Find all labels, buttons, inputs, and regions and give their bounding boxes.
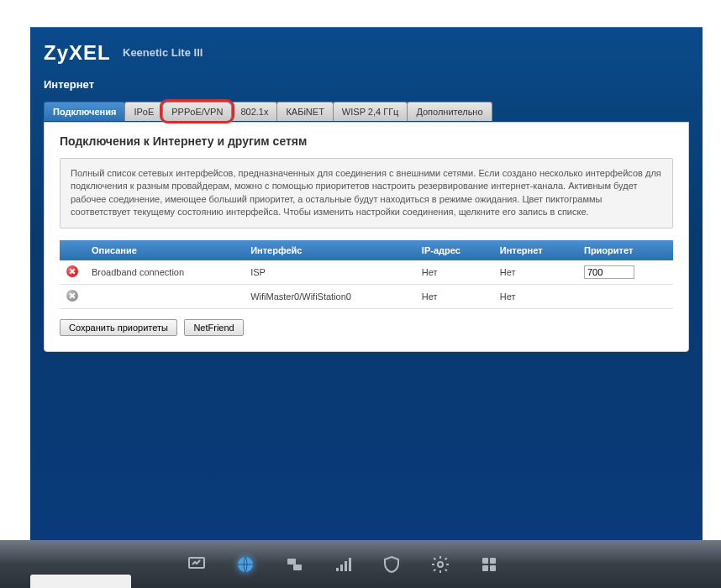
svg-rect-7 [349,558,351,571]
status-icon-error [66,265,78,277]
svg-rect-2 [287,559,296,564]
tab-connections[interactable]: Подключения [44,102,125,121]
cell-iface: ISP [244,260,415,285]
shield-icon[interactable] [380,553,403,576]
svg-rect-5 [340,564,343,571]
cell-ip: Нет [415,284,493,308]
bottom-tab [30,575,131,588]
col-inet: Интернет [493,240,577,260]
svg-point-8 [438,562,443,567]
cell-inet: Нет [493,284,577,308]
svg-rect-3 [293,564,302,570]
apps-icon[interactable] [477,553,501,576]
connections-table: Описание Интерфейс IP-адрес Интернет При… [60,240,673,309]
svg-rect-12 [490,565,496,571]
tab-wisp[interactable]: WISP 2,4 ГГц [333,102,408,121]
globe-icon[interactable] [234,553,257,576]
main-panel: Подключения к Интернету и другим сетям П… [44,122,689,352]
table-row[interactable]: WifiMaster0/WifiStation0 Нет Нет [60,284,673,308]
save-priorities-button[interactable]: Сохранить приоритеты [60,319,177,336]
col-iface: Интерфейс [244,240,415,260]
bottom-nav [0,540,721,588]
svg-rect-9 [482,558,488,564]
col-prio: Приоритет [577,240,673,260]
netfriend-button[interactable]: NetFriend [184,319,243,336]
section-title: Интернет [44,78,94,91]
device-name: Keenetic Lite III [123,46,203,59]
tab-8021x[interactable]: 802.1x [231,102,277,121]
tab-pppoe-vpn[interactable]: PPPoE/VPN [162,102,232,121]
panel-title: Подключения к Интернету и другим сетям [60,134,673,148]
tab-kabinet[interactable]: КАБiNET [276,102,333,121]
gear-icon[interactable] [429,553,452,576]
cell-desc: Broadband connection [85,260,244,285]
cell-desc [85,284,244,308]
cell-inet: Нет [493,260,577,285]
svg-rect-4 [336,568,339,571]
svg-rect-11 [482,565,488,571]
monitor-icon[interactable] [185,553,208,576]
info-box: Полный список сетевых интерфейсов, предн… [60,158,673,228]
network-icon[interactable] [282,553,306,576]
table-row[interactable]: Broadband connection ISP Нет Нет [60,260,673,285]
priority-input[interactable] [584,265,634,279]
col-desc: Описание [85,240,244,260]
brand-logo: ZyXEL [44,41,111,65]
col-ip: IP-адрес [415,240,493,260]
svg-rect-6 [345,561,347,571]
svg-rect-10 [490,558,496,564]
cell-ip: Нет [415,260,493,285]
tab-ipoe[interactable]: IPoE [124,102,163,121]
wifi-bars-icon[interactable] [331,553,355,576]
tab-additional[interactable]: Дополнительно [407,102,492,121]
col-status [60,240,85,260]
cell-iface: WifiMaster0/WifiStation0 [244,284,415,308]
status-icon-disabled [66,290,78,302]
tab-bar: Подключения IPoE PPPoE/VPN 802.1x КАБiNE… [44,102,492,121]
